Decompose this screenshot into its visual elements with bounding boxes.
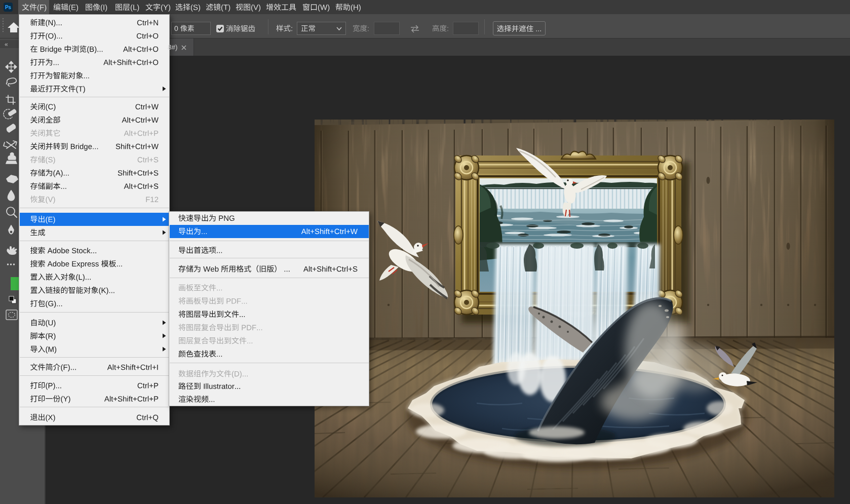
svg-text:Ps: Ps bbox=[5, 5, 12, 10]
